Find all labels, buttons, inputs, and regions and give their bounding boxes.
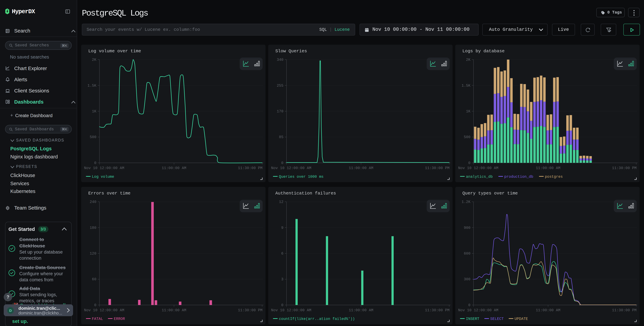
svg-text:11:00:00 AM: 11:00:00 AM <box>536 166 560 170</box>
svg-text:500: 500 <box>464 135 470 139</box>
svg-text:11:00:00 AM: 11:00:00 AM <box>536 308 560 312</box>
svg-text:11:00:00 AM: 11:00:00 AM <box>349 308 373 312</box>
svg-text:countIf(like(arr..ation failed: countIf(like(arr..ation failed%')) <box>279 317 355 321</box>
svg-text:SELECT: SELECT <box>490 317 504 321</box>
svg-text:11:00:00 AM: 11:00:00 AM <box>162 308 186 312</box>
svg-text:11:30:00 PM: 11:30:00 PM <box>425 166 450 170</box>
svg-text:0: 0 <box>281 161 284 165</box>
svg-text:production_db: production_db <box>504 175 534 179</box>
svg-text:Errors over time: Errors over time <box>88 191 130 196</box>
svg-text:INSERT: INSERT <box>466 317 479 321</box>
svg-text:Nov 10 12:00:00 AM: Nov 10 12:00:00 AM <box>84 308 124 312</box>
svg-text:Logs by database: Logs by database <box>462 48 505 54</box>
svg-text:Authentication failures: Authentication failures <box>275 191 336 196</box>
svg-text:Queries over 1000 ms: Queries over 1000 ms <box>279 175 324 179</box>
svg-text:1.5K: 1.5K <box>88 84 96 88</box>
svg-text:9: 9 <box>281 226 284 230</box>
svg-text:11:30:00 PM: 11:30:00 PM <box>238 308 262 312</box>
svg-text:11:30:00 PM: 11:30:00 PM <box>612 166 636 170</box>
svg-text:Log volume: Log volume <box>92 175 114 179</box>
svg-text:0: 0 <box>468 303 470 307</box>
svg-text:Query types over time: Query types over time <box>462 191 518 196</box>
svg-text:Nov 10 12:00:00 AM: Nov 10 12:00:00 AM <box>271 308 311 312</box>
svg-text:6: 6 <box>281 251 284 256</box>
svg-text:0: 0 <box>468 161 470 165</box>
svg-text:1K: 1K <box>466 109 471 113</box>
svg-text:FATAL: FATAL <box>92 317 103 321</box>
svg-text:1K: 1K <box>92 109 96 113</box>
svg-text:170: 170 <box>277 109 284 113</box>
svg-text:0: 0 <box>94 303 96 307</box>
svg-text:1.5K: 1.5K <box>462 84 471 88</box>
svg-text:2K: 2K <box>92 58 96 62</box>
svg-text:60: 60 <box>92 277 96 281</box>
svg-text:85: 85 <box>279 135 284 139</box>
svg-text:11:30:00 PM: 11:30:00 PM <box>238 166 262 170</box>
svg-text:Log volume over time: Log volume over time <box>88 48 141 54</box>
svg-text:0: 0 <box>281 303 284 307</box>
svg-text:12: 12 <box>279 200 284 204</box>
svg-text:11:30:00 PM: 11:30:00 PM <box>425 308 450 312</box>
svg-text:240: 240 <box>90 200 96 204</box>
svg-text:Slow Queries: Slow Queries <box>275 48 307 54</box>
svg-text:11:00:00 AM: 11:00:00 AM <box>349 166 373 170</box>
svg-text:340: 340 <box>277 58 284 62</box>
svg-text:analytics_db: analytics_db <box>466 175 493 179</box>
svg-text:900: 900 <box>464 226 470 230</box>
svg-text:Nov 10 12:00:00 AM: Nov 10 12:00:00 AM <box>271 166 311 170</box>
svg-text:UPDATE: UPDATE <box>514 317 528 321</box>
svg-text:Nov 10 12:00:00 AM: Nov 10 12:00:00 AM <box>458 308 498 312</box>
svg-text:11:00:00 AM: 11:00:00 AM <box>162 166 186 170</box>
svg-text:180: 180 <box>90 226 96 230</box>
svg-text:600: 600 <box>464 251 470 256</box>
svg-text:postgres: postgres <box>545 175 563 179</box>
svg-text:120: 120 <box>90 251 96 256</box>
svg-text:Nov 10 12:00:00 AM: Nov 10 12:00:00 AM <box>458 166 498 170</box>
svg-text:Nov 10 12:00:00 AM: Nov 10 12:00:00 AM <box>84 166 124 170</box>
svg-text:3: 3 <box>281 277 284 281</box>
svg-text:500: 500 <box>90 135 96 139</box>
svg-text:11:30:00 PM: 11:30:00 PM <box>612 308 636 312</box>
svg-text:255: 255 <box>277 84 284 88</box>
svg-text:300: 300 <box>464 277 470 281</box>
svg-text:ERROR: ERROR <box>114 317 125 321</box>
svg-text:2K: 2K <box>466 58 471 62</box>
svg-text:0: 0 <box>94 161 96 165</box>
svg-text:1.2K: 1.2K <box>462 200 471 204</box>
